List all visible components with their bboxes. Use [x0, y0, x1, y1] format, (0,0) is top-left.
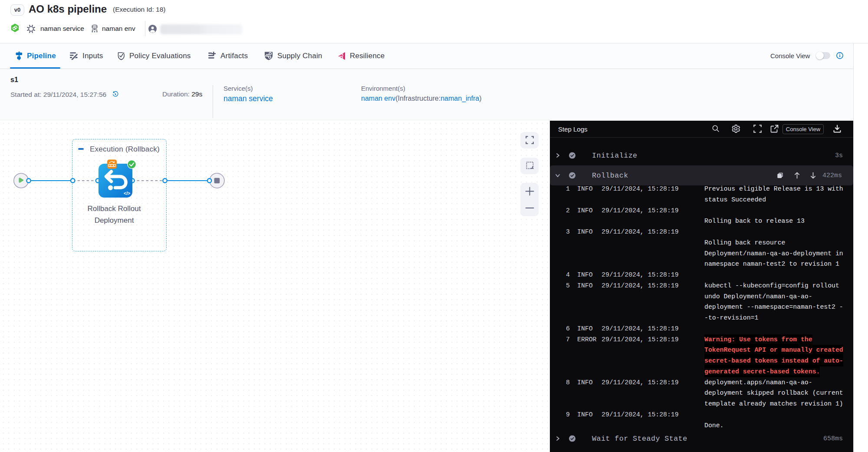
svg-text:</>: </> — [124, 191, 130, 196]
